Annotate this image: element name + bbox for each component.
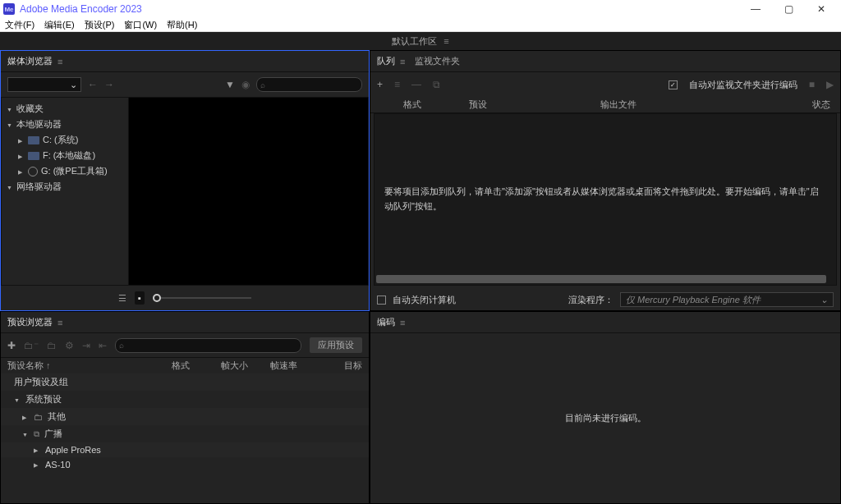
panel-menu-icon[interactable] — [400, 57, 405, 66]
col-format[interactable]: 格式 — [172, 360, 221, 372]
auto-encode-label: 自动对监视文件夹进行编码 — [689, 79, 797, 91]
filter-icon[interactable]: ▼ — [225, 79, 235, 90]
eye-icon[interactable]: ◉ — [241, 79, 250, 90]
col-frame-rate[interactable]: 帧速率 — [270, 360, 319, 372]
menu-help[interactable]: 帮助(H) — [163, 19, 200, 31]
remove-button[interactable]: — — [411, 79, 421, 90]
workspace-selector[interactable]: 默认工作区 — [392, 35, 448, 48]
thumbnail-view-icon[interactable]: ▪ — [135, 291, 145, 305]
encoding-panel: 编码 目前尚未进行编码。 — [370, 311, 841, 504]
workspace-label: 默认工作区 — [392, 35, 437, 48]
app-title: Adobe Media Encoder 2023 — [20, 3, 739, 15]
zoom-slider[interactable] — [153, 294, 251, 302]
panel-menu-icon[interactable] — [400, 318, 405, 328]
panel-menu-icon[interactable] — [57, 57, 62, 66]
delete-preset-button[interactable]: 🗀⁻ — [24, 340, 39, 351]
preset-row-as10[interactable]: AS-10 — [1, 457, 369, 472]
queue-bottom-bar: 自动关闭计算机 渲染程序： 仅 Mercury Playback Engine … — [370, 289, 840, 310]
encoding-status: 目前尚未进行编码。 — [370, 333, 840, 503]
minimize-button[interactable]: — — [739, 0, 772, 18]
preset-list: 用户预设及组 系统预设 其他 广播 Apple ProRes AS-10 — [1, 373, 369, 503]
hamburger-icon — [443, 36, 448, 46]
col-format: 格式 — [370, 99, 469, 111]
media-preview-area — [128, 97, 369, 286]
media-tree: 收藏夹 本地驱动器 C: (系统) F: (本地磁盘) G: (微PE工具箱) … — [1, 97, 128, 286]
preset-row-prores[interactable]: Apple ProRes — [1, 442, 369, 457]
renderer-select[interactable]: 仅 Mercury Playback Engine 软件 ⌄ — [620, 292, 834, 307]
queue-drop-zone[interactable]: 要将项目添加到队列，请单击"添加源"按钮或者从媒体浏览器或桌面将文件拖到此处。要… — [374, 113, 837, 286]
tab-preset-browser[interactable]: 预设浏览器 — [7, 316, 62, 328]
maximize-button[interactable]: ▢ — [772, 0, 805, 18]
nav-back-button[interactable]: ← — [88, 79, 98, 90]
panel-menu-icon[interactable] — [57, 318, 62, 328]
queue-toolbar: + ≡ — ⧉ ✓ 自动对监视文件夹进行编码 ■ ▶ — [370, 72, 840, 97]
chevron-down-icon: ⌄ — [70, 80, 77, 90]
tab-encoding[interactable]: 编码 — [377, 316, 405, 328]
add-source-button[interactable]: + — [377, 79, 383, 90]
workspace-bar: 默认工作区 — [0, 32, 841, 50]
preset-row-system[interactable]: 系统预设 — [1, 391, 369, 408]
col-target[interactable]: 目标 — [319, 360, 362, 372]
menu-file[interactable]: 文件(F) — [2, 19, 38, 31]
zoom-knob[interactable] — [153, 294, 161, 302]
apply-preset-button[interactable]: 应用预设 — [310, 337, 362, 353]
new-preset-button[interactable]: ✚ — [7, 340, 16, 351]
tree-drive-f[interactable]: F: (本地磁盘) — [2, 148, 128, 163]
col-name[interactable]: 预设名称 ↑ — [7, 360, 172, 372]
add-output-button[interactable]: ≡ — [394, 79, 400, 90]
folder-icon — [34, 412, 43, 422]
close-button[interactable]: ✕ — [805, 0, 838, 18]
preset-row-other[interactable]: 其他 — [1, 408, 369, 425]
tab-media-browser[interactable]: 媒体浏览器 — [7, 55, 62, 67]
col-preset: 预设 — [469, 99, 600, 111]
search-input[interactable]: ⌕ — [256, 77, 362, 92]
queue-columns: 格式 预设 输出文件 状态 — [370, 97, 840, 113]
auto-encode-checkbox[interactable]: ✓ — [669, 80, 678, 89]
tree-network[interactable]: 网络驱动器 — [2, 179, 128, 195]
menu-preset[interactable]: 预设(P) — [81, 19, 118, 31]
menu-edit[interactable]: 编辑(E) — [41, 19, 78, 31]
renderer-label: 渲染程序： — [568, 294, 614, 306]
drive-icon — [28, 152, 39, 160]
media-browser-footer: ☰ ▪ — [1, 286, 369, 310]
preset-search-input[interactable]: ⌕ — [115, 338, 301, 353]
export-button[interactable]: ⇤ — [99, 340, 107, 351]
tree-drive-c[interactable]: C: (系统) — [2, 132, 128, 148]
menu-window[interactable]: 窗口(W) — [121, 19, 160, 31]
path-dropdown[interactable]: ⌄ — [7, 77, 81, 92]
auto-shutdown-label: 自动关闭计算机 — [393, 294, 456, 306]
start-queue-button[interactable]: ▶ — [826, 79, 834, 90]
tree-drive-g[interactable]: G: (微PE工具箱) — [2, 163, 128, 179]
title-bar: Me Adobe Media Encoder 2023 — ▢ ✕ — [0, 0, 841, 18]
queue-panel: 队列 监视文件夹 + ≡ — ⧉ ✓ 自动对监视文件夹进行编码 ■ ▶ 格式 预… — [370, 50, 841, 311]
preset-toolbar: ✚ 🗀⁻ 🗀 ⚙ ⇥ ⇤ ⌕ 应用预设 — [1, 333, 369, 358]
preset-browser-panel: 预设浏览器 ✚ 🗀⁻ 🗀 ⚙ ⇥ ⇤ ⌕ 应用预设 预设名称 ↑ 格式 帧大小 … — [0, 311, 370, 504]
horizontal-scrollbar[interactable] — [376, 275, 826, 283]
col-status: 状态 — [765, 99, 840, 111]
app-icon: Me — [3, 3, 15, 15]
chevron-down-icon: ⌄ — [820, 295, 828, 305]
nav-forward-button[interactable]: → — [104, 79, 114, 90]
media-browser-toolbar: ⌄ ← → ▼ ◉ ⌕ — [1, 72, 369, 97]
preset-columns: 预设名称 ↑ 格式 帧大小 帧速率 目标 — [1, 358, 369, 373]
import-button[interactable]: ⇥ — [82, 340, 90, 351]
duplicate-button[interactable]: ⧉ — [433, 79, 440, 90]
preset-row-user[interactable]: 用户预设及组 — [1, 373, 369, 391]
auto-shutdown-checkbox[interactable] — [377, 296, 386, 305]
settings-button[interactable]: ⚙ — [65, 340, 74, 351]
col-output: 输出文件 — [600, 99, 765, 111]
queue-drop-text: 要将项目添加到队列，请单击"添加源"按钮或者从媒体浏览器或桌面将文件拖到此处。要… — [384, 185, 826, 213]
disc-icon — [28, 167, 38, 176]
preset-row-broadcast[interactable]: 广播 — [1, 425, 369, 442]
new-group-button[interactable]: 🗀 — [47, 340, 57, 351]
col-frame-size[interactable]: 帧大小 — [221, 360, 270, 372]
tab-queue[interactable]: 队列 — [377, 55, 405, 67]
tab-watch-folders[interactable]: 监视文件夹 — [415, 55, 460, 67]
list-view-icon[interactable]: ☰ — [118, 293, 126, 304]
tree-favorites[interactable]: 收藏夹 — [2, 101, 128, 117]
broadcast-icon — [34, 428, 39, 439]
menu-bar: 文件(F) 编辑(E) 预设(P) 窗口(W) 帮助(H) — [0, 18, 841, 32]
tree-local-drives[interactable]: 本地驱动器 — [2, 117, 128, 132]
media-browser-panel: 媒体浏览器 ⌄ ← → ▼ ◉ ⌕ 收藏夹 本地驱动器 C: (系统) F: (… — [0, 50, 370, 311]
stop-button[interactable]: ■ — [809, 79, 815, 90]
